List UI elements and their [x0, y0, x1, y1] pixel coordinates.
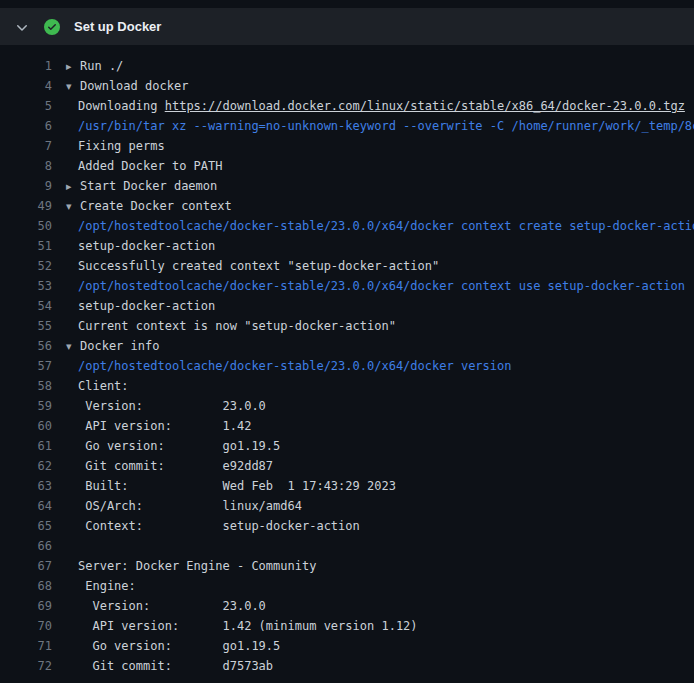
- log-group-row[interactable]: 49▾Create Docker context: [0, 196, 694, 216]
- line-number[interactable]: 49: [0, 196, 52, 216]
- triangle-collapsed-icon[interactable]: ▸: [66, 177, 80, 196]
- line-content: Current context is now "setup-docker-act…: [66, 316, 396, 336]
- line-content: Client:: [66, 376, 129, 396]
- line-content: Engine:: [66, 576, 136, 596]
- line-number[interactable]: 53: [0, 276, 52, 296]
- line-number[interactable]: 71: [0, 636, 52, 656]
- group-title: Start Docker daemon: [80, 179, 217, 193]
- line-content: /usr/bin/tar xz --warning=no-unknown-key…: [66, 116, 694, 136]
- log-line: 63 Built: Wed Feb 1 17:43:29 2023: [0, 476, 694, 496]
- line-number[interactable]: 5: [0, 96, 52, 116]
- line-number[interactable]: 64: [0, 496, 52, 516]
- line-number[interactable]: 1: [0, 56, 52, 76]
- log-group-row[interactable]: 56▾Docker info: [0, 336, 694, 356]
- line-content: ▸Run ./: [66, 56, 123, 76]
- group-title: Download docker: [80, 79, 188, 93]
- success-check-circle-icon: [44, 19, 60, 35]
- log-line: 68 Engine:: [0, 576, 694, 596]
- line-number[interactable]: 55: [0, 316, 52, 336]
- log-line: 66: [0, 536, 694, 556]
- log-line: 69 Version: 23.0.0: [0, 596, 694, 616]
- line-number[interactable]: 51: [0, 236, 52, 256]
- log-line: 51setup-docker-action: [0, 236, 694, 256]
- line-content: setup-docker-action: [66, 236, 215, 256]
- log-line: 61 Go version: go1.19.5: [0, 436, 694, 456]
- line-content: /opt/hostedtoolcache/docker-stable/23.0.…: [66, 276, 685, 296]
- log-line: 6/usr/bin/tar xz --warning=no-unknown-ke…: [0, 116, 694, 136]
- line-content: Added Docker to PATH: [66, 156, 223, 176]
- triangle-expanded-icon[interactable]: ▾: [66, 197, 80, 216]
- log-line: 57/opt/hostedtoolcache/docker-stable/23.…: [0, 356, 694, 376]
- log-line: 67Server: Docker Engine - Community: [0, 556, 694, 576]
- log-group-row[interactable]: 4▾Download docker: [0, 76, 694, 96]
- line-number[interactable]: 57: [0, 356, 52, 376]
- triangle-collapsed-icon[interactable]: ▸: [66, 57, 80, 76]
- line-number[interactable]: 56: [0, 336, 52, 356]
- log-line: 65 Context: setup-docker-action: [0, 516, 694, 536]
- log-line: 58Client:: [0, 376, 694, 396]
- line-number[interactable]: 54: [0, 296, 52, 316]
- log-group-row[interactable]: 9▸Start Docker daemon: [0, 176, 694, 196]
- line-number[interactable]: 8: [0, 156, 52, 176]
- step-title: Set up Docker: [74, 19, 161, 34]
- group-title: Run ./: [80, 59, 123, 73]
- line-number[interactable]: 59: [0, 396, 52, 416]
- line-number[interactable]: 61: [0, 436, 52, 456]
- line-content: ▾Create Docker context: [66, 196, 232, 216]
- line-content: Git commit: e92dd87: [66, 456, 273, 476]
- step-header[interactable]: Set up Docker: [0, 8, 694, 45]
- group-title: Create Docker context: [80, 199, 232, 213]
- link-prefix-text: Downloading: [78, 99, 165, 113]
- line-number[interactable]: 52: [0, 256, 52, 276]
- log-line: 54setup-docker-action: [0, 296, 694, 316]
- triangle-expanded-icon[interactable]: ▾: [66, 337, 80, 356]
- line-number[interactable]: 50: [0, 216, 52, 236]
- group-title: Docker info: [80, 339, 159, 353]
- line-number[interactable]: 69: [0, 596, 52, 616]
- line-content: /opt/hostedtoolcache/docker-stable/23.0.…: [66, 356, 511, 376]
- line-content: Version: 23.0.0: [66, 596, 266, 616]
- line-content: Go version: go1.19.5: [66, 436, 280, 456]
- line-content: Version: 23.0.0: [66, 396, 266, 416]
- line-content: ▸Start Docker daemon: [66, 176, 217, 196]
- line-number[interactable]: 4: [0, 76, 52, 96]
- line-content: ▾Download docker: [66, 76, 188, 96]
- line-content: Context: setup-docker-action: [66, 516, 360, 536]
- line-content: /opt/hostedtoolcache/docker-stable/23.0.…: [66, 216, 694, 236]
- line-number[interactable]: 6: [0, 116, 52, 136]
- line-number[interactable]: 68: [0, 576, 52, 596]
- log-line: 55Current context is now "setup-docker-a…: [0, 316, 694, 336]
- log-url-link[interactable]: https://download.docker.com/linux/static…: [165, 99, 685, 113]
- line-content: API version: 1.42 (minimum version 1.12): [66, 616, 418, 636]
- line-number[interactable]: 72: [0, 656, 52, 676]
- line-number[interactable]: 9: [0, 176, 52, 196]
- line-number[interactable]: 58: [0, 376, 52, 396]
- line-content: setup-docker-action: [66, 296, 215, 316]
- log-line: 7Fixing perms: [0, 136, 694, 156]
- line-content: Server: Docker Engine - Community: [66, 556, 316, 576]
- log-line: 5Downloading https://download.docker.com…: [0, 96, 694, 116]
- triangle-expanded-icon[interactable]: ▾: [66, 77, 80, 96]
- line-content: Downloading https://download.docker.com/…: [66, 96, 685, 116]
- line-content: Git commit: d7573ab: [66, 656, 273, 676]
- line-content: ▾Docker info: [66, 336, 159, 356]
- line-number[interactable]: 7: [0, 136, 52, 156]
- line-number[interactable]: 66: [0, 536, 52, 556]
- line-content: Fixing perms: [66, 136, 165, 156]
- log-line: 62 Git commit: e92dd87: [0, 456, 694, 476]
- log-group-row[interactable]: 1▸Run ./: [0, 56, 694, 76]
- line-number[interactable]: 60: [0, 416, 52, 436]
- log-body: 1▸Run ./4▾Download docker5Downloading ht…: [0, 45, 694, 676]
- line-number[interactable]: 63: [0, 476, 52, 496]
- log-line: 53/opt/hostedtoolcache/docker-stable/23.…: [0, 276, 694, 296]
- line-number[interactable]: 67: [0, 556, 52, 576]
- chevron-down-icon[interactable]: [14, 19, 30, 35]
- log-line: 8Added Docker to PATH: [0, 156, 694, 176]
- line-content: [66, 536, 78, 556]
- line-content: API version: 1.42: [66, 416, 251, 436]
- log-line: 50/opt/hostedtoolcache/docker-stable/23.…: [0, 216, 694, 236]
- log-line: 60 API version: 1.42: [0, 416, 694, 436]
- line-number[interactable]: 65: [0, 516, 52, 536]
- line-number[interactable]: 62: [0, 456, 52, 476]
- line-number[interactable]: 70: [0, 616, 52, 636]
